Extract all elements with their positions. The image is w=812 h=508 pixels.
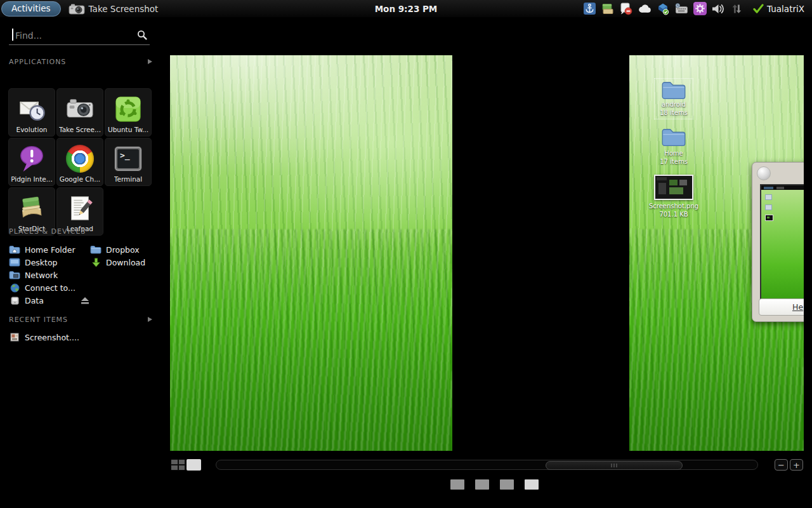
app-take-screenshot[interactable]: Take Scree... [56, 88, 103, 137]
overview-sidebar: APPLICATIONS Evolution [0, 17, 161, 508]
screenshot-preview-image [760, 184, 804, 300]
place-label: Dropbox [106, 245, 140, 255]
camera-icon [69, 3, 85, 15]
workspace-indicator[interactable] [450, 479, 464, 490]
help-button[interactable]: He [759, 298, 804, 316]
app-label: Evolution [16, 126, 48, 133]
app-label: Take Scree... [59, 126, 101, 133]
grid-view-icon[interactable] [171, 459, 185, 471]
app-evolution[interactable]: Evolution [8, 88, 55, 137]
home-folder-icon [9, 245, 20, 254]
workspace-indicator-active[interactable] [525, 479, 539, 490]
workspace-thumbnail-2[interactable]: android 18 items Home 17 items Screensho… [629, 55, 804, 451]
arrows-updown-icon[interactable] [730, 2, 743, 16]
download-arrow-icon [90, 258, 102, 267]
dropbox-icon[interactable] [656, 2, 670, 16]
app-label: Terminal [114, 175, 142, 183]
keyboard-clock-icon[interactable] [674, 2, 688, 16]
top-bar-left: Activities Take Screenshot [0, 0, 158, 17]
app-label: Pidgin Inte... [11, 175, 53, 183]
recent-item-label: Screenshot.... [25, 333, 79, 342]
magnifier-icon [137, 30, 147, 40]
place-label: Network [25, 271, 58, 280]
screenshot-dialog-window[interactable]: He [752, 162, 804, 322]
folder-icon [661, 80, 686, 100]
workspace-thumbnail-1[interactable] [170, 55, 452, 451]
place-desktop[interactable]: Desktop [9, 256, 90, 269]
workspace-scrollbar-handle[interactable] [546, 461, 683, 470]
app-menu[interactable]: Take Screenshot [69, 3, 159, 15]
cloud-icon[interactable] [638, 2, 652, 16]
app-pidgin[interactable]: Pidgin Inte... [8, 138, 55, 186]
search-input[interactable] [14, 28, 134, 43]
gnome-shell-overview: { "topbar": { "activities": "Activities"… [0, 0, 812, 508]
anchor-icon[interactable] [582, 2, 596, 16]
place-label: Download [106, 258, 145, 267]
applications-header: APPLICATIONS [9, 57, 152, 66]
system-tray: TualatriX [582, 0, 812, 17]
activities-button[interactable]: Activities [1, 1, 61, 17]
evolution-mail-icon [17, 93, 46, 125]
app-google-chrome[interactable]: Google Ch... [56, 138, 103, 186]
app-label: Ubuntu Tw... [108, 126, 148, 133]
eject-icon[interactable] [80, 297, 90, 304]
green-check-icon [753, 4, 764, 13]
place-label: Data [25, 296, 44, 305]
app-ubuntu-tweak[interactable]: Ubuntu Tw... [105, 88, 152, 137]
recent-items-header: RECENT ITEMS [9, 315, 152, 324]
leafpad-notepad-icon [65, 192, 95, 224]
disk-icon [9, 296, 20, 305]
user-menu[interactable]: TualatriX [753, 4, 804, 14]
desktop-icon-detail: 701.1 KB [659, 210, 688, 218]
tweak-gear-icon[interactable] [693, 2, 707, 16]
desktop-icon-label: Home [664, 149, 683, 157]
desktop-icon-screenshot-png[interactable]: Screenshot.png 701.1 KB [638, 175, 709, 218]
view-toggle-group [171, 459, 201, 471]
stardict-books-icon [17, 192, 46, 224]
folder-icon [90, 245, 102, 254]
volume-icon[interactable] [711, 2, 725, 16]
workspace-scrollbar-track[interactable] [216, 460, 758, 470]
grip-lines-icon [612, 464, 617, 467]
mini-screenshot-icon [765, 215, 773, 221]
desktop-icon-home[interactable]: Home 17 items [638, 127, 709, 166]
ubuntu-tweak-icon [114, 93, 143, 125]
network-folder-icon [9, 271, 20, 279]
stardict-books-icon[interactable] [601, 2, 615, 16]
mini-desktop-icon [765, 194, 772, 200]
notification-busy-icon[interactable] [619, 2, 633, 16]
desktop-icon [9, 258, 20, 267]
app-terminal[interactable]: Terminal [105, 138, 152, 186]
folder-icon [661, 127, 686, 147]
desktop-icon-label: android [662, 100, 686, 109]
help-button-label: He [792, 302, 803, 312]
places-right-column: Dropbox Download [90, 243, 154, 269]
place-label: Home Folder [25, 245, 75, 255]
search-field[interactable] [9, 27, 150, 45]
workspace-indicator[interactable] [475, 479, 489, 490]
places-header-label: PLACES & DEVICES [9, 227, 86, 236]
dialog-ball-icon [757, 166, 771, 180]
selection-box: android 18 items [654, 78, 693, 119]
place-label: Connect to... [25, 283, 75, 293]
place-label: Desktop [25, 258, 58, 267]
desktop-icon-label: Screenshot.png [649, 202, 698, 210]
recent-items-list: Screenshot.... [9, 331, 123, 344]
applications-header-label: APPLICATIONS [9, 58, 66, 66]
expand-arrow-icon[interactable] [148, 317, 152, 322]
single-view-icon[interactable] [187, 459, 201, 471]
pidgin-bubble-icon [17, 143, 46, 175]
remove-workspace-button[interactable]: − [775, 459, 788, 471]
place-dropbox[interactable]: Dropbox [90, 243, 154, 256]
place-connect-to[interactable]: Connect to... [9, 281, 90, 294]
place-home-folder[interactable]: Home Folder [9, 243, 90, 256]
place-data[interactable]: Data [9, 294, 90, 307]
expand-arrow-icon[interactable] [148, 59, 152, 64]
place-download[interactable]: Download [90, 256, 154, 269]
add-workspace-button[interactable]: + [790, 459, 803, 471]
recent-item-screenshot[interactable]: Screenshot.... [9, 331, 123, 344]
top-bar: Activities Take Screenshot Mon 9:23 PM [0, 0, 812, 17]
workspace-indicator[interactable] [500, 479, 514, 490]
desktop-icon-android[interactable]: android 18 items [638, 78, 709, 119]
place-network[interactable]: Network [9, 269, 90, 281]
